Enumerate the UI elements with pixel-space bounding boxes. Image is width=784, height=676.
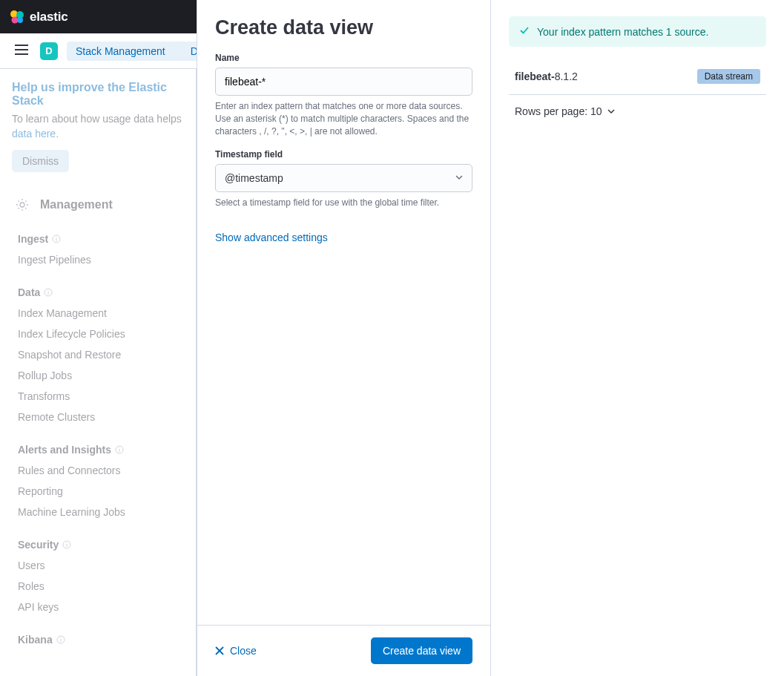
close-button[interactable]: Close	[215, 645, 257, 657]
svg-point-3	[17, 17, 23, 23]
elastic-logo[interactable]: elastic	[9, 9, 68, 25]
index-name: filebeat-8.1.2	[515, 70, 578, 82]
brand-text: elastic	[30, 10, 68, 24]
sidebar: Help us improve the Elastic Stack To lea…	[0, 69, 197, 676]
advanced-settings-link[interactable]: Show advanced settings	[215, 232, 328, 243]
breadcrumb-stack-management[interactable]: Stack Management	[67, 42, 176, 61]
chevron-down-icon	[607, 107, 616, 116]
timestamp-label: Timestamp field	[215, 149, 472, 160]
create-data-view-flyout: Create data view Name Enter an index pat…	[197, 0, 491, 676]
create-data-view-button[interactable]: Create data view	[371, 637, 472, 664]
match-success-callout: Your index pattern matches 1 source.	[509, 16, 766, 47]
timestamp-select[interactable]: @timestamp	[215, 164, 472, 192]
space-selector[interactable]: D	[40, 42, 58, 60]
name-help-text: Enter an index pattern that matches one …	[215, 100, 472, 137]
menu-toggle-icon[interactable]	[12, 42, 31, 60]
name-label: Name	[215, 53, 472, 63]
flyout-footer: Close Create data view	[197, 625, 490, 676]
flyout-title: Create data view	[215, 16, 472, 39]
index-name-rest: 8.1.2	[555, 70, 578, 82]
timestamp-help-text: Select a timestamp field for use with th…	[215, 197, 472, 209]
name-field-group: Name Enter an index pattern that matches…	[215, 53, 472, 137]
elastic-logomark-icon	[9, 9, 25, 25]
timestamp-field-group: Timestamp field @timestamp Select a time…	[215, 149, 472, 209]
flyout-body: Create data view Name Enter an index pat…	[197, 0, 490, 625]
name-input[interactable]	[215, 68, 472, 96]
close-label: Close	[230, 645, 257, 657]
timestamp-select-wrap: @timestamp	[215, 164, 472, 192]
rows-per-page-label: Rows per page: 10	[515, 105, 602, 117]
sidebar-dimmed-overlay	[0, 69, 196, 676]
index-match-panel: Your index pattern matches 1 source. fil…	[491, 0, 784, 676]
check-icon	[519, 25, 530, 38]
index-name-bold: filebeat-	[515, 70, 555, 82]
close-icon	[215, 646, 224, 655]
match-success-text: Your index pattern matches 1 source.	[537, 26, 708, 38]
matched-index-row: filebeat-8.1.2 Data stream	[509, 59, 766, 95]
data-stream-badge: Data stream	[697, 69, 760, 84]
rows-per-page-button[interactable]: Rows per page: 10	[509, 95, 766, 128]
